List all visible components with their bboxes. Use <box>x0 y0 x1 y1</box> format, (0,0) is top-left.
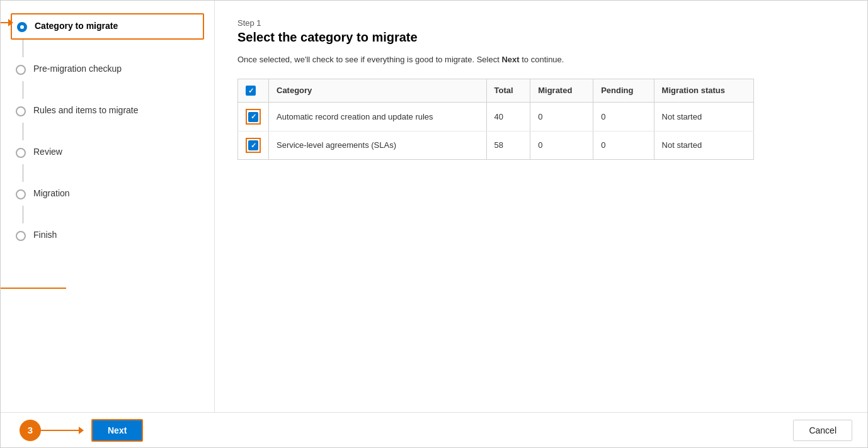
row2-pending: 0 <box>593 131 654 160</box>
annotation-3-line <box>41 430 79 431</box>
row2-checkbox[interactable] <box>248 140 258 150</box>
sidebar-label-category: Category to migrate <box>35 21 118 31</box>
sidebar-item-migration[interactable]: Migration <box>11 182 204 206</box>
step-connector-5-6 <box>23 206 23 223</box>
annotation-3-arrow <box>79 427 84 434</box>
page-title: Select the category to migrate <box>237 30 845 45</box>
step-circle-2 <box>16 65 26 75</box>
sidebar-item-category-to-migrate[interactable]: Category to migrate <box>11 13 204 40</box>
sidebar-label-rules: Rules and items to migrate <box>33 105 139 115</box>
row2-migrated: 0 <box>530 131 593 160</box>
sidebar-label-finish: Finish <box>33 230 57 240</box>
sidebar-item-finish[interactable]: Finish <box>11 223 204 247</box>
step-number: Step 1 <box>237 18 845 28</box>
table-header-select <box>238 79 269 103</box>
annotation-2: 2 <box>1 277 66 299</box>
cancel-button[interactable]: Cancel <box>793 420 852 441</box>
footer: 3 Next Cancel <box>1 412 867 447</box>
row2-select-cell <box>238 131 269 160</box>
table-row: Service-level agreements (SLAs) 58 0 0 N… <box>238 131 754 160</box>
row1-checkbox-wrapper <box>246 109 261 125</box>
row1-select-cell <box>238 103 269 132</box>
step-connector-2-3 <box>23 81 23 99</box>
annotation-3: 3 <box>20 420 84 441</box>
sidebar-item-rules-items[interactable]: Rules and items to migrate <box>11 99 204 123</box>
table-header-category: Category <box>269 79 487 103</box>
step-circle-6 <box>16 231 26 241</box>
table-header-migration-status: Migration status <box>654 79 753 103</box>
annotation-2-line <box>1 288 66 289</box>
annotation-1-line <box>1 22 8 23</box>
row2-migration-status: Not started <box>654 131 753 160</box>
row1-total: 40 <box>486 103 530 132</box>
migration-table: Category Total Migrated Pending Migratio… <box>237 79 754 160</box>
row1-checkbox[interactable] <box>248 112 258 122</box>
table-header-total: Total <box>486 79 530 103</box>
step-connector-1-2 <box>23 40 23 57</box>
table-row: Automatic record creation and update rul… <box>238 103 754 132</box>
sidebar-item-review[interactable]: Review <box>11 140 204 164</box>
step-circle-1 <box>17 22 27 32</box>
step-connector-4-5 <box>23 164 23 182</box>
row2-total: 58 <box>486 131 530 160</box>
description: Once selected, we'll check to see if eve… <box>237 53 845 66</box>
step-connector-3-4 <box>23 123 23 140</box>
step-circle-4 <box>16 148 26 158</box>
row2-category: Service-level agreements (SLAs) <box>269 131 487 160</box>
sidebar: 1 Category to migrate Pre-migration chec… <box>1 1 215 412</box>
step-circle-5 <box>16 189 26 199</box>
table-header-pending: Pending <box>593 79 654 103</box>
row1-migrated: 0 <box>530 103 593 132</box>
row1-category: Automatic record creation and update rul… <box>269 103 487 132</box>
sidebar-item-pre-migration[interactable]: Pre-migration checkup <box>11 57 204 81</box>
sidebar-label-review: Review <box>33 147 62 157</box>
step-circle-3 <box>16 106 26 116</box>
select-all-checkbox[interactable] <box>246 86 256 96</box>
table-header-migrated: Migrated <box>530 79 593 103</box>
row2-checkbox-wrapper <box>246 138 261 154</box>
next-button[interactable]: Next <box>91 419 143 442</box>
sidebar-label-migration: Migration <box>33 188 70 198</box>
content-area: Step 1 Select the category to migrate On… <box>215 1 867 412</box>
row1-pending: 0 <box>593 103 654 132</box>
sidebar-label-pre-migration: Pre-migration checkup <box>33 64 122 74</box>
row1-migration-status: Not started <box>654 103 753 132</box>
